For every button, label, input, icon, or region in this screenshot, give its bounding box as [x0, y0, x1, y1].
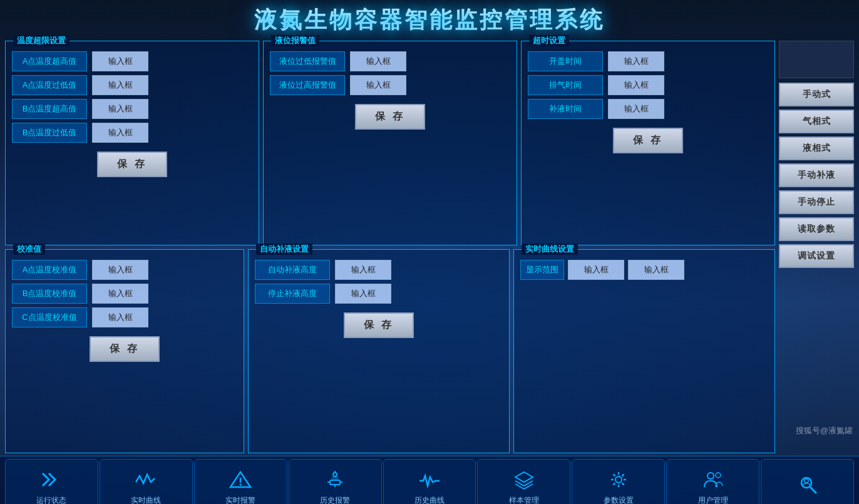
calib-input-3[interactable]: 输入框 — [92, 307, 148, 327]
temperature-panel-content: A点温度超高值 输入框 A点温度过低值 输入框 B点温度超高值 输入框 B点温度… — [12, 51, 252, 177]
manual-mode-button[interactable]: 手动式 — [779, 83, 854, 106]
liquid-alarm-save-button[interactable]: 保 存 — [355, 104, 425, 130]
temp-row-4: B点温度过低值 输入框 — [12, 123, 252, 143]
svg-point-2 — [240, 483, 242, 485]
nav-sample-management[interactable]: 样本管理 — [477, 459, 570, 504]
temp-input-3[interactable]: 输入框 — [92, 99, 148, 119]
gas-phase-button[interactable]: 气相式 — [779, 110, 854, 133]
calibration-save-button[interactable]: 保 存 — [90, 336, 160, 362]
sidebar-display — [779, 41, 854, 78]
autofill-label-1: 自动补液高度 — [255, 260, 330, 280]
temperature-panel: 温度超限设置 A点温度超高值 输入框 A点温度过低值 输入框 B点温度超高值 输… — [5, 41, 259, 245]
nav-user-management[interactable]: 用户管理 — [666, 459, 759, 504]
temperature-save-button[interactable]: 保 存 — [97, 152, 167, 177]
svg-line-17 — [622, 483, 624, 485]
nav-param-settings-label: 参数设置 — [604, 495, 634, 505]
watermark: 搜狐号@液氮罐 — [796, 425, 853, 436]
calibration-panel-title: 校准值 — [13, 244, 45, 255]
realtime-input-1[interactable]: 输入框 — [568, 260, 624, 280]
svg-line-16 — [613, 474, 615, 476]
temp-row-2: A点温度过低值 输入框 — [12, 75, 252, 95]
liquid-row-2: 液位过高报警值 输入框 — [270, 75, 510, 95]
calib-row-1: A点温度校准值 输入框 — [12, 260, 237, 280]
manual-fill-button[interactable]: 手动补液 — [779, 163, 854, 187]
autofill-input-1[interactable]: 输入框 — [335, 260, 391, 280]
timeout-label-1: 开盖时间 — [528, 51, 603, 71]
timeout-row-2: 排气时间 输入框 — [528, 75, 768, 95]
timeout-label-2: 排气时间 — [528, 75, 603, 95]
calib-row-2: B点温度校准值 输入框 — [12, 284, 237, 304]
timeout-label-3: 补液时间 — [528, 99, 603, 119]
manual-stop-button[interactable]: 手动停止 — [779, 190, 854, 214]
nav-user-management-label: 用户管理 — [698, 495, 728, 505]
autofill-panel: 自动补液设置 自动补液高度 输入框 停止补液高度 输入框 保 存 — [248, 249, 510, 454]
nav-history-alarm[interactable]: 历史报警 — [289, 459, 382, 504]
calib-label-3: C点温度校准值 — [12, 307, 87, 327]
timeout-panel-content: 开盖时间 输入框 排气时间 输入框 补液时间 输入框 保 存 — [528, 51, 768, 153]
read-params-button[interactable]: 读取参数 — [779, 217, 854, 241]
nav-history-curve-label: 历史曲线 — [414, 495, 445, 505]
liquid-input-1[interactable]: 输入框 — [350, 51, 406, 71]
temp-input-4[interactable]: 输入框 — [92, 123, 148, 143]
temp-label-1: A点温度超高值 — [12, 51, 87, 71]
temperature-panel-title: 温度超限设置 — [13, 35, 69, 46]
timeout-input-3[interactable]: 输入框 — [608, 99, 664, 119]
calib-label-1: A点温度校准值 — [12, 260, 87, 280]
bottom-panels-row: 校准值 A点温度校准值 输入框 B点温度校准值 输入框 C点温度校准值 输入框 … — [5, 249, 775, 454]
svg-point-24 — [805, 479, 808, 483]
svg-point-11 — [615, 476, 622, 483]
liquid-alarm-panel-content: 液位过低报警值 输入框 液位过高报警值 输入框 保 存 — [270, 51, 510, 130]
nav-running-status[interactable]: 运行状态 — [5, 459, 98, 504]
svg-point-21 — [716, 473, 721, 478]
calib-row-3: C点温度校准值 输入框 — [12, 307, 237, 327]
nav-running-status-label: 运行状态 — [36, 495, 66, 505]
liquid-row-1: 液位过低报警值 输入框 — [270, 51, 510, 71]
timeout-panel: 超时设置 开盖时间 输入框 排气时间 输入框 补液时间 输入框 保 存 — [521, 41, 775, 245]
page-title: 液氮生物容器智能监控管理系统 — [0, 5, 859, 36]
nav-history-curve[interactable]: 历史曲线 — [383, 459, 476, 504]
panels-area: 温度超限设置 A点温度超高值 输入框 A点温度过低值 输入框 B点温度超高值 输… — [5, 41, 775, 453]
liquid-input-2[interactable]: 输入框 — [350, 75, 406, 95]
svg-point-20 — [707, 473, 714, 479]
liquid-label-2: 液位过高报警值 — [270, 75, 345, 95]
range-label: 显示范围 — [520, 260, 564, 280]
calib-input-1[interactable]: 输入框 — [92, 260, 148, 280]
timeout-input-1[interactable]: 输入框 — [608, 51, 664, 71]
autofill-save-button[interactable]: 保 存 — [344, 312, 414, 338]
wave-icon — [135, 470, 157, 493]
liquid-alarm-panel: 液位报警值 液位过低报警值 输入框 液位过高报警值 输入框 保 存 — [263, 41, 517, 245]
warning-icon — [229, 470, 252, 493]
temp-input-1[interactable]: 输入框 — [92, 51, 148, 71]
nav-param-settings[interactable]: 参数设置 — [572, 459, 665, 504]
nav-realtime-alarm[interactable]: 实时报警 — [194, 459, 287, 504]
temp-input-2[interactable]: 输入框 — [92, 75, 148, 95]
svg-line-23 — [810, 487, 816, 493]
header: 液氮生物容器智能监控管理系统 — [0, 0, 859, 39]
autofill-row-1: 自动补液高度 输入框 — [255, 260, 503, 280]
debug-settings-button[interactable]: 调试设置 — [779, 244, 854, 268]
bell-alarm-icon — [324, 470, 346, 493]
realtime-curve-panel-content: 显示范围 输入框 输入框 — [520, 260, 768, 280]
bottom-navigation: 运行状态 实时曲线 实时报警 历史报警 — [0, 456, 859, 504]
autofill-label-2: 停止补液高度 — [255, 284, 330, 304]
calibration-panel-content: A点温度校准值 输入框 B点温度校准值 输入框 C点温度校准值 输入框 保 存 — [12, 260, 237, 362]
timeout-row-1: 开盖时间 输入框 — [528, 51, 768, 71]
right-sidebar: 手动式 气相式 液相式 手动补液 手动停止 读取参数 调试设置 — [779, 41, 854, 453]
temp-label-3: B点温度超高值 — [12, 99, 87, 119]
temp-row-1: A点温度超高值 输入框 — [12, 51, 252, 71]
timeout-input-2[interactable]: 输入框 — [608, 75, 664, 95]
realtime-input-2[interactable]: 输入框 — [628, 260, 684, 280]
search-person-icon — [796, 475, 819, 498]
liquid-phase-button[interactable]: 液相式 — [779, 136, 854, 160]
heartbeat-icon — [418, 470, 441, 493]
autofill-input-2[interactable]: 输入框 — [335, 284, 391, 304]
timeout-save-button[interactable]: 保 存 — [613, 128, 683, 153]
main-layout: 温度超限设置 A点温度超高值 输入框 A点温度过低值 输入框 B点温度超高值 输… — [0, 39, 859, 456]
nav-search[interactable] — [761, 459, 854, 504]
temp-label-4: B点温度过低值 — [12, 123, 87, 143]
layers-icon — [513, 470, 535, 493]
nav-realtime-curve[interactable]: 实时曲线 — [100, 459, 193, 504]
top-panels-row: 温度超限设置 A点温度超高值 输入框 A点温度过低值 输入框 B点温度超高值 输… — [5, 41, 775, 245]
calib-label-2: B点温度校准值 — [12, 284, 87, 304]
calib-input-2[interactable]: 输入框 — [92, 284, 148, 304]
